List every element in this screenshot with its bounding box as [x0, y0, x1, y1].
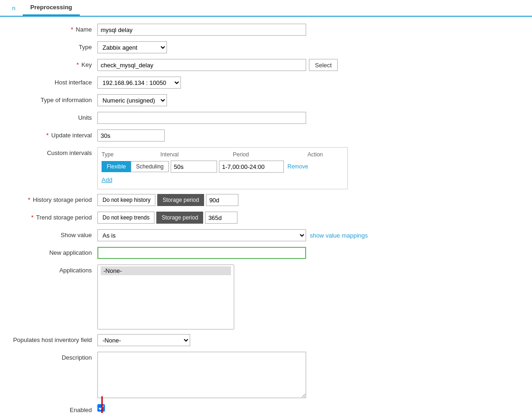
enabled-checkbox[interactable] [97, 404, 105, 412]
custom-intervals-box: Type Interval Period Action Flexible Sch… [97, 147, 348, 189]
show-value-mappings-link[interactable]: show value mappings [310, 232, 368, 239]
populates-inventory-row: Populates host inventory field -None- [9, 334, 390, 347]
history-no-keep-button[interactable]: Do not keep history [97, 194, 155, 206]
type-control: Zabbix agent [97, 41, 390, 53]
history-storage-period-button[interactable]: Storage period [157, 194, 204, 206]
applications-label: Applications [9, 265, 97, 274]
applications-row: Applications -None- [9, 265, 390, 329]
trend-storage-row-inner: Do not keep trends Storage period [97, 212, 390, 224]
host-interface-label: Host interface [9, 77, 97, 86]
units-input[interactable] [97, 112, 306, 124]
ci-interval-input[interactable] [171, 161, 217, 173]
update-interval-row: * Update interval [9, 129, 390, 142]
trend-storage-label: * Trend storage period [9, 212, 97, 221]
key-row: * Key Select [9, 59, 390, 72]
name-input[interactable] [97, 24, 306, 36]
type-label: Type [9, 41, 97, 51]
key-required: * [77, 61, 79, 68]
type-info-label: Type of information [9, 94, 97, 103]
tab-preprocessing[interactable]: Preprocessing [23, 0, 79, 16]
host-interface-control: 192.168.96.134 : 10050 [97, 77, 390, 89]
populates-inventory-control: -None- [97, 334, 390, 346]
description-row: Description [9, 352, 390, 400]
tabs-bar: n Preprocessing [0, 0, 532, 17]
new-application-input[interactable] [97, 247, 306, 259]
key-label: * Key [9, 59, 97, 68]
enabled-label: Enabled [9, 404, 97, 413]
enabled-control [97, 404, 390, 412]
custom-intervals-label: Custom intervals [9, 147, 97, 156]
description-label: Description [9, 352, 97, 361]
type-info-row: Type of information Numeric (unsigned) [9, 94, 390, 107]
type-row: Type Zabbix agent [9, 41, 390, 54]
trend-value-input[interactable] [205, 212, 237, 224]
description-textarea[interactable] [97, 352, 306, 398]
update-interval-control [97, 129, 390, 142]
history-value-input[interactable] [206, 194, 238, 206]
ci-col-type: Type [102, 151, 160, 158]
enabled-row-inner [97, 404, 390, 412]
applications-listbox[interactable]: -None- [97, 265, 234, 329]
name-control [97, 24, 390, 36]
ci-col-action: Action [308, 151, 344, 158]
ci-col-interval: Interval [160, 151, 233, 158]
new-application-row: New application [9, 247, 390, 260]
update-interval-input[interactable] [97, 129, 165, 142]
history-storage-label: * History storage period [9, 194, 97, 203]
tab-item[interactable]: n [5, 0, 23, 16]
trend-storage-control: Do not keep trends Storage period [97, 212, 390, 224]
key-input[interactable] [97, 59, 306, 71]
show-value-select[interactable]: As is [97, 229, 306, 241]
new-application-control [97, 247, 390, 259]
host-interface-row: Host interface 192.168.96.134 : 10050 [9, 77, 390, 90]
ci-header: Type Interval Period Action [102, 151, 344, 158]
description-control [97, 352, 390, 400]
trend-storage-row: * Trend storage period Do not keep trend… [9, 212, 390, 225]
applications-control: -None- [97, 265, 390, 329]
history-storage-control: Do not keep history Storage period [97, 194, 390, 206]
name-row: * Name [9, 24, 390, 37]
history-storage-row-inner: Do not keep history Storage period [97, 194, 390, 206]
btn-scheduling[interactable]: Scheduling [131, 161, 168, 172]
type-info-select[interactable]: Numeric (unsigned) [97, 94, 167, 106]
ci-row-1: Flexible Scheduling Remove [102, 161, 344, 173]
name-required: * [71, 26, 73, 33]
ci-period-input[interactable] [219, 161, 284, 173]
ci-type-btns: Flexible Scheduling [102, 161, 169, 172]
key-select-button[interactable]: Select [309, 59, 338, 71]
host-interface-select[interactable]: 192.168.96.134 : 10050 [97, 77, 181, 89]
units-label: Units [9, 112, 97, 121]
ci-add-row: Add [102, 174, 344, 185]
units-control [97, 112, 390, 124]
ci-col-period: Period [233, 151, 308, 158]
show-value-label: Show value [9, 229, 97, 239]
custom-intervals-row: Custom intervals Type Interval Period Ac… [9, 147, 390, 189]
populates-inventory-label: Populates host inventory field [9, 334, 97, 343]
form-container: * Name Type Zabbix agent * Key Select [0, 17, 399, 413]
show-value-inner: As is show value mappings [97, 229, 390, 241]
type-info-control: Numeric (unsigned) [97, 94, 390, 106]
history-storage-row: * History storage period Do not keep his… [9, 194, 390, 207]
key-control: Select [97, 59, 390, 71]
ci-remove-button[interactable]: Remove [286, 163, 310, 170]
units-row: Units [9, 112, 390, 125]
custom-intervals-control: Type Interval Period Action Flexible Sch… [97, 147, 390, 189]
show-value-control: As is show value mappings [97, 229, 390, 241]
new-application-label: New application [9, 247, 97, 256]
ci-add-button[interactable]: Add [102, 174, 112, 185]
update-interval-label: * Update interval [9, 129, 97, 139]
applications-option-none: -None- [101, 266, 231, 275]
trend-storage-period-button[interactable]: Storage period [156, 212, 203, 224]
type-select[interactable]: Zabbix agent [97, 41, 167, 53]
btn-flexible[interactable]: Flexible [102, 161, 131, 172]
name-label: * Name [9, 24, 97, 33]
populates-inventory-select[interactable]: -None- [97, 334, 190, 346]
trend-no-keep-button[interactable]: Do not keep trends [97, 212, 154, 224]
key-input-row: Select [97, 59, 390, 71]
show-value-row: Show value As is show value mappings [9, 229, 390, 242]
enabled-row: Enabled [9, 404, 390, 413]
